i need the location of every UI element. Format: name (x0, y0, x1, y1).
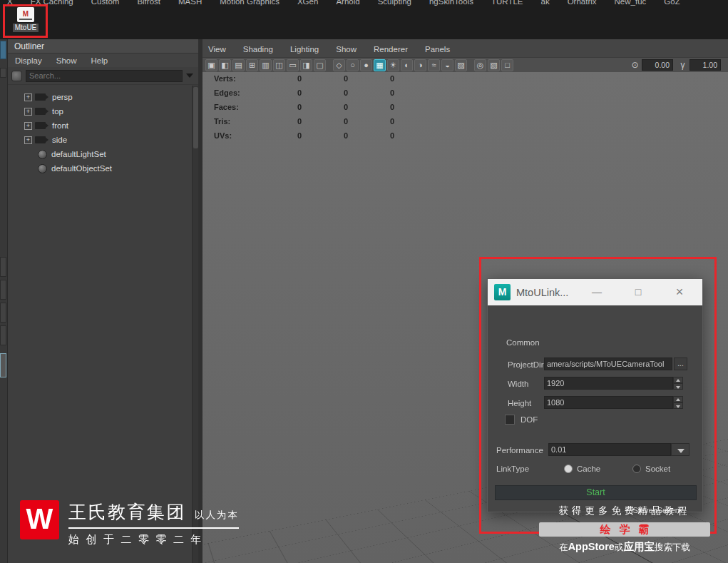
performance-field[interactable] (548, 443, 671, 456)
resolution-gate-icon[interactable]: ◨ (300, 59, 312, 71)
spin-up-icon[interactable] (673, 377, 683, 383)
outliner-search-row (8, 67, 198, 85)
ssao-icon[interactable]: ◑ (414, 59, 426, 71)
smooth-shade-icon[interactable]: ● (360, 59, 372, 71)
image-plane-icon[interactable]: ▥ (260, 59, 272, 71)
viewport-menu-item[interactable]: Lighting (290, 45, 319, 54)
toolbox-button[interactable] (0, 303, 6, 323)
select-camera-icon[interactable]: ▣ (205, 59, 217, 71)
exposure-field[interactable] (642, 59, 673, 71)
viewport-menu-item[interactable]: Renderer (374, 45, 408, 54)
isolate-select-icon[interactable]: ◎ (474, 59, 486, 71)
expand-icon[interactable] (24, 122, 32, 130)
xray-icon[interactable]: ▧ (488, 59, 500, 71)
spin-down-icon[interactable] (673, 383, 683, 390)
search-input[interactable] (26, 70, 183, 82)
performance-dropdown-icon[interactable] (671, 443, 689, 456)
gamma-icon[interactable]: γ (677, 60, 688, 70)
shelf-button-mtoue[interactable]: M MtoUE (6, 7, 45, 36)
width-field[interactable] (544, 377, 673, 390)
use-lights-icon[interactable]: ☀ (387, 59, 399, 71)
outliner-set-item[interactable]: defaultLightSet (8, 147, 198, 161)
layout-shortcut-button[interactable] (0, 41, 6, 59)
hud-value: 0 (280, 74, 302, 83)
hud-value: 0 (280, 117, 302, 126)
expand-icon[interactable] (24, 136, 32, 144)
outliner-menu-item[interactable]: Show (56, 56, 77, 65)
cache-radio[interactable] (564, 465, 573, 473)
menu-item[interactable]: MASH (178, 0, 202, 6)
menu-item[interactable]: Custom (91, 0, 120, 6)
pan-zoom-icon[interactable]: ◫ (273, 59, 285, 71)
viewport-menu-item[interactable]: Show (336, 45, 357, 54)
bookmarks-icon[interactable]: ⊞ (246, 59, 258, 71)
outliner-camera-item[interactable]: top (8, 104, 198, 118)
gamma-field[interactable] (689, 59, 721, 71)
viewport-menu-item[interactable]: Panels (425, 45, 450, 54)
outliner-item-label: defaultLightSet (51, 150, 106, 158)
object-set-icon (38, 164, 47, 173)
film-gate-icon[interactable]: ▭ (287, 59, 299, 71)
height-field[interactable] (544, 396, 673, 409)
layout-shortcut-button[interactable] (0, 68, 6, 78)
toolbox-button[interactable] (0, 257, 6, 277)
menu-item[interactable]: New_fuc (615, 0, 647, 6)
spin-up-icon[interactable] (673, 396, 683, 402)
outliner-menu-item[interactable]: Display (15, 56, 42, 65)
socket-radio[interactable] (632, 465, 641, 473)
menu-item[interactable]: ak (540, 0, 549, 6)
expand-icon[interactable] (24, 108, 32, 116)
wireframe-icon[interactable]: ◇ (333, 59, 345, 71)
menu-item[interactable]: GoZ (664, 0, 680, 6)
gate-mask-icon[interactable]: ▢ (314, 59, 326, 71)
menu-item[interactable]: FX Caching (31, 0, 73, 6)
expand-icon[interactable] (24, 93, 32, 101)
flat-shade-icon[interactable]: ○ (347, 59, 359, 71)
dof-checkbox[interactable] (505, 415, 515, 425)
outliner-set-item[interactable]: defaultObjectSet (8, 161, 198, 176)
projectdir-field[interactable] (544, 357, 672, 370)
outliner-item-label: persp (52, 93, 73, 101)
outliner-camera-item[interactable]: persp (8, 90, 198, 104)
search-filter-icon[interactable] (11, 71, 22, 81)
minimize-icon[interactable]: — (581, 279, 612, 305)
menu-item[interactable]: Bifrost (137, 0, 160, 6)
toolbox-button[interactable] (0, 280, 6, 300)
maximize-icon[interactable]: □ (622, 279, 654, 305)
close-icon[interactable]: × (664, 279, 695, 305)
start-button[interactable]: Start (495, 485, 697, 500)
scrollbar-thumb[interactable] (193, 87, 198, 148)
lock-camera-icon[interactable]: ◧ (219, 59, 231, 71)
menu-item[interactable]: Sculpting (378, 0, 411, 6)
menu-item[interactable]: Ornatrix (568, 0, 597, 6)
hud-label: Verts: (214, 74, 236, 83)
viewport-menu-item[interactable]: View (208, 45, 226, 54)
anti-aliasing-icon[interactable]: ▨ (455, 59, 467, 71)
menu-item[interactable]: Arnold (336, 0, 359, 6)
viewport-menu-item[interactable]: Shading (243, 45, 273, 54)
toolbox-button[interactable] (0, 325, 6, 345)
outliner-menu-item[interactable]: Help (91, 56, 108, 65)
spin-down-icon[interactable] (673, 402, 683, 409)
motion-blur-icon[interactable]: ≈ (428, 59, 440, 71)
dialog-titlebar[interactable]: M MtoULink... — □ × (488, 279, 702, 305)
depth-of-field-icon[interactable]: ◒ (441, 59, 453, 71)
search-options-dropdown-icon[interactable] (186, 73, 193, 78)
shadows-icon[interactable]: ◐ (401, 59, 413, 71)
menu-item[interactable]: Motion Graphics (220, 0, 280, 6)
textured-icon[interactable]: ▦ (374, 59, 386, 71)
hud-value: 0 (280, 88, 302, 97)
browse-button[interactable]: ... (674, 357, 687, 370)
camera-attributes-icon[interactable]: ▤ (232, 59, 245, 71)
menu-item[interactable]: XGen (297, 0, 318, 6)
menu-item[interactable]: TURTLE (491, 0, 523, 6)
menu-item[interactable]: ngSkinTools (429, 0, 473, 6)
outliner-camera-item[interactable]: side (8, 133, 198, 147)
outliner-scrollbar[interactable] (192, 86, 198, 563)
exposure-icon[interactable]: ⊙ (630, 60, 640, 70)
height-label: Height (508, 399, 531, 407)
outliner-camera-item[interactable]: front (8, 118, 198, 133)
toolbox-button-active[interactable] (0, 353, 6, 377)
joint-xray-icon[interactable]: □ (501, 59, 513, 71)
menu-item[interactable]: X (7, 0, 13, 6)
